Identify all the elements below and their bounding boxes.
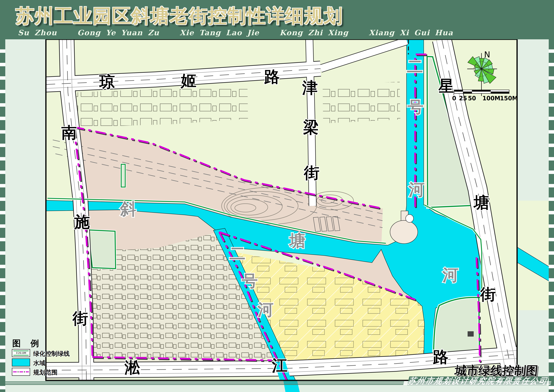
map-drawing: 琼 姬 路 津 梁 街 南 施 街 星 塘 街 淞 江 路 斜 塘 河 二 — [0, 0, 554, 392]
svg-text:街: 街 — [480, 285, 496, 303]
svg-text:150M: 150M — [500, 95, 518, 102]
svg-text:号: 号 — [242, 272, 258, 290]
svg-text:塘: 塘 — [289, 231, 305, 250]
svg-text:50: 50 — [468, 95, 476, 102]
svg-text:100M: 100M — [482, 95, 500, 102]
svg-text:姬: 姬 — [180, 71, 196, 90]
svg-text:津: 津 — [302, 78, 318, 97]
svg-text:街: 街 — [304, 164, 319, 182]
park-building — [468, 331, 474, 336]
svg-text:星: 星 — [438, 77, 454, 95]
svg-text:梁: 梁 — [303, 118, 319, 136]
header-bar: 苏州工业园区斜塘老街控制性详细规划 Su Zhou Gong Ye Yuan Z… — [0, 0, 554, 39]
north-label: N — [484, 50, 490, 59]
greenline-width-note: ↕20.0M — [12, 351, 30, 355]
svg-text:江: 江 — [272, 356, 287, 375]
svg-text:二: 二 — [229, 244, 245, 263]
svg-text:斜: 斜 — [120, 200, 136, 218]
svg-text:路: 路 — [433, 348, 449, 366]
svg-text:0: 0 — [452, 95, 456, 102]
svg-text:琼: 琼 — [99, 73, 115, 91]
svg-text:路: 路 — [264, 68, 280, 86]
svg-text:南: 南 — [61, 123, 77, 142]
svg-text:河: 河 — [442, 266, 458, 284]
water-swatch-icon — [12, 358, 30, 366]
right-border-pattern — [549, 39, 554, 392]
housing-cluster-north — [323, 82, 400, 123]
greenline-swatch-icon: ↕20.0M — [12, 349, 30, 357]
svg-text:河: 河 — [408, 180, 425, 199]
boundary-swatch-icon — [12, 368, 30, 376]
svg-text:二: 二 — [407, 57, 423, 76]
svg-text:街: 街 — [72, 309, 88, 328]
svg-text:塘: 塘 — [473, 193, 489, 212]
svg-text:施: 施 — [74, 213, 90, 231]
left-border-pattern — [0, 39, 5, 392]
scale-bar: 0 25 50 100M 150M — [452, 90, 518, 102]
page-subtitle-pinyin: Su Zhou Gong Ye Yuan Zu Xie Tang Lao Jie… — [18, 28, 453, 37]
legend-title: 图 例 — [12, 338, 42, 349]
svg-text:河: 河 — [257, 300, 274, 319]
plan-sheet: 苏州工业园区斜塘老街控制性详细规划 Su Zhou Gong Ye Yuan Z… — [0, 0, 554, 392]
map-sheet-title: 城市绿线控制图 — [454, 363, 539, 379]
svg-text:淞: 淞 — [125, 358, 140, 377]
svg-text:号: 号 — [407, 98, 423, 116]
page-title: 苏州工业园区斜塘老街控制性详细规划 — [16, 3, 343, 29]
svg-text:25: 25 — [459, 95, 467, 102]
